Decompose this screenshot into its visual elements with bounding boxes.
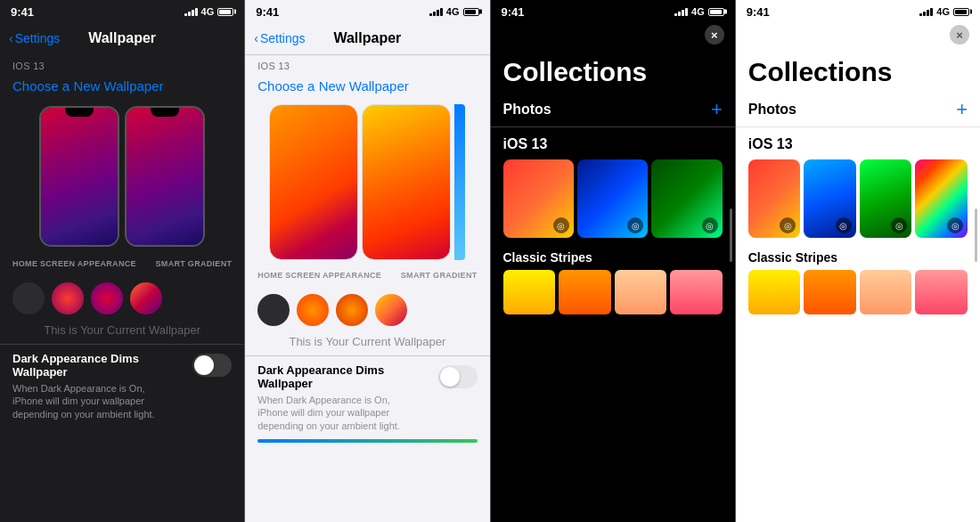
notch-left-1: [65, 108, 94, 117]
collections-title-4: Collections: [736, 48, 980, 93]
toggle-knob-1: [194, 355, 214, 375]
network-label-4: 4G: [936, 6, 950, 17]
swatch-gradient-1[interactable]: [130, 282, 162, 314]
wp-frame-left-1[interactable]: [39, 106, 119, 247]
stripe-yellow-4[interactable]: [748, 270, 801, 314]
stripe-peach-3[interactable]: [615, 270, 667, 314]
scroll-hint-4: [975, 208, 977, 262]
network-label-1: 4G: [201, 6, 215, 17]
col-thumb-3-4[interactable]: ◎: [860, 159, 912, 238]
dynamic-icon-2-4: ◎: [836, 217, 852, 233]
col-thumb-2-3[interactable]: ◎: [577, 159, 648, 238]
photos-row-4[interactable]: Photos +: [736, 93, 980, 127]
toggle-title-2: Dark Appearance Dims Wallpaper: [257, 363, 437, 390]
swatch-crimson-1[interactable]: [91, 282, 123, 314]
panel-2: 9:41 4G ‹ Settings Wallpaper iOS 13 Choo…: [245, 0, 489, 522]
stripe-orange-4[interactable]: [804, 270, 856, 314]
appearance-section-1: HOME SCREEN APPEARANCE SMART GRADIENT: [0, 254, 244, 279]
signal-icon-3: [674, 7, 688, 16]
toggle-switch-1[interactable]: [192, 354, 232, 377]
choose-wallpaper-link-1[interactable]: Choose a New Wallpaper: [0, 73, 244, 99]
stripe-pink-4[interactable]: [915, 270, 968, 314]
status-bar-2: 9:41 4G: [245, 0, 489, 21]
status-bar-4: 9:41 4G: [736, 0, 980, 21]
col-thumb-1-3[interactable]: ◎: [503, 159, 574, 238]
col-thumb-1-4[interactable]: ◎: [748, 159, 801, 238]
wp-gradient-left-1: [41, 108, 118, 245]
toggle-desc-2: When Dark Appearance is On, iPhone will …: [257, 394, 418, 432]
nav-title-2: Wallpaper: [333, 30, 401, 46]
swatch-gradient-2[interactable]: [375, 294, 407, 326]
wp-thumb-peek-2: [454, 104, 465, 260]
collection-thumbnails-3: ◎ ◎ ◎: [503, 159, 723, 238]
swatch-red-1[interactable]: [52, 282, 84, 314]
status-icons-1: 4G: [184, 6, 234, 17]
battery-icon-1: [217, 8, 233, 16]
photos-label-3: Photos: [503, 102, 551, 118]
swatch-dark-1[interactable]: [12, 282, 45, 314]
signal-icon-4: [919, 7, 933, 16]
collection-thumbnails-4: ◎ ◎ ◎ ◎: [748, 159, 968, 238]
collections-title-3: Collections: [491, 48, 735, 93]
wp-frame-right-1[interactable]: [125, 106, 205, 247]
photos-row-3[interactable]: Photos +: [491, 93, 735, 127]
appearance-row-2: HOME SCREEN APPEARANCE SMART GRADIENT: [257, 271, 477, 280]
appearance-right-label-2: SMART GRADIENT: [401, 271, 478, 280]
current-label-2: This is Your Current Wallpaper: [245, 330, 489, 355]
swatch-orange-2[interactable]: [297, 294, 329, 326]
toggle-text-1: Dark Appearance Dims Wallpaper When Dark…: [12, 352, 192, 420]
nav-bar-2: ‹ Settings Wallpaper: [245, 21, 489, 55]
toggle-title-1: Dark Appearance Dims Wallpaper: [12, 352, 192, 379]
top-bar-4: ×: [736, 21, 980, 48]
collection-section-4: iOS 13 ◎ ◎ ◎ ◎: [736, 127, 980, 243]
stripe-pink-3[interactable]: [670, 270, 723, 314]
toggle-switch-2[interactable]: [438, 365, 478, 388]
battery-icon-4: [953, 8, 969, 16]
wp-gradient-right-1: [127, 108, 203, 245]
appearance-left-label-1: HOME SCREEN APPEARANCE: [12, 259, 136, 268]
nav-title-1: Wallpaper: [88, 30, 156, 46]
dynamic-icon-3-4: ◎: [891, 217, 907, 233]
wallpaper-preview-2: [245, 99, 489, 265]
classic-stripes-title-4: Classic Stripes: [748, 250, 968, 265]
classic-stripes-title-3: Classic Stripes: [503, 250, 723, 265]
col-thumb-3-3[interactable]: ◎: [651, 159, 722, 238]
stripes-thumbs-3: [503, 270, 723, 314]
section-label-2: iOS 13: [245, 55, 489, 73]
photos-label-4: Photos: [748, 102, 796, 118]
plus-button-4[interactable]: +: [956, 100, 968, 119]
notch-right-1: [151, 108, 179, 117]
panel-1: 9:41 4G ‹ Settings Wallpaper iOS 13 Choo…: [0, 0, 244, 522]
toggle-row-2: Dark Appearance Dims Wallpaper When Dark…: [245, 355, 489, 439]
dynamic-icon-1-4: ◎: [780, 217, 796, 233]
close-button-4[interactable]: ×: [950, 25, 969, 45]
signal-icon-2: [429, 7, 443, 16]
signal-icon-1: [184, 7, 198, 16]
dynamic-icon-4-4: ◎: [947, 217, 963, 233]
back-button-1[interactable]: ‹ Settings: [9, 31, 60, 45]
dynamic-icon-3-3: ◎: [702, 217, 718, 233]
status-icons-4: 4G: [919, 6, 969, 17]
swatch-orange2-2[interactable]: [336, 294, 368, 326]
col-thumb-2-4[interactable]: ◎: [804, 159, 856, 238]
close-button-3[interactable]: ×: [705, 25, 724, 45]
status-icons-3: 4G: [674, 6, 724, 17]
stripe-yellow-3[interactable]: [503, 270, 556, 314]
ios13-section-title-3: iOS 13: [503, 136, 723, 152]
appearance-left-label-2: HOME SCREEN APPEARANCE: [257, 271, 381, 280]
wp-thumb-left-2[interactable]: [269, 104, 358, 260]
status-icons-2: 4G: [429, 6, 479, 17]
status-bar-1: 9:41 4G: [0, 0, 244, 21]
panel-3: 9:41 4G × Collections Photos + iOS 13 ◎: [491, 0, 735, 522]
stripe-orange-3[interactable]: [559, 270, 611, 314]
back-button-2[interactable]: ‹ Settings: [254, 31, 305, 45]
swatch-dark-2[interactable]: [257, 294, 290, 326]
wp-thumb-right-2[interactable]: [362, 104, 451, 260]
battery-icon-3: [708, 8, 724, 16]
toggle-knob-2: [440, 367, 460, 387]
plus-button-3[interactable]: +: [711, 100, 723, 119]
stripe-peach-4[interactable]: [860, 270, 912, 314]
col-thumb-4-4[interactable]: ◎: [915, 159, 968, 238]
choose-wallpaper-link-2[interactable]: Choose a New Wallpaper: [245, 73, 489, 99]
status-time-1: 9:41: [11, 5, 34, 19]
